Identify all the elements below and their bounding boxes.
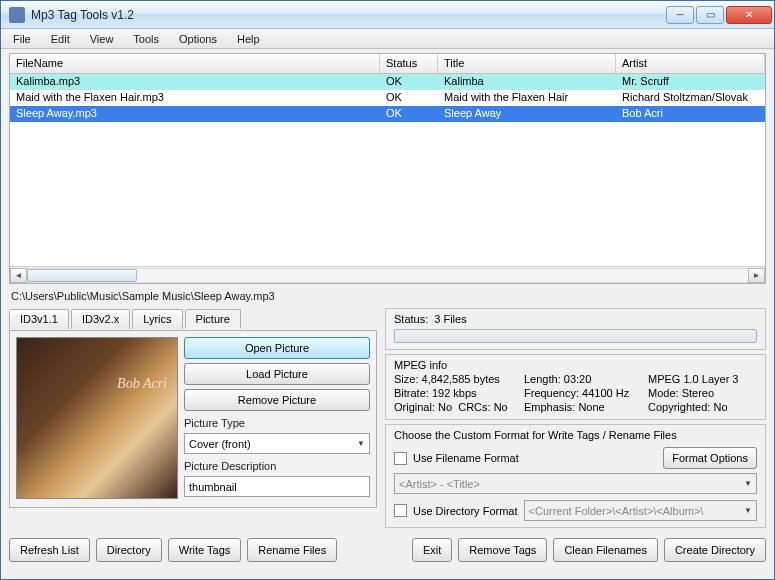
remove-tags-button[interactable]: Remove Tags xyxy=(458,538,547,562)
create-directory-button[interactable]: Create Directory xyxy=(664,538,766,562)
scroll-thumb[interactable] xyxy=(27,269,137,282)
bottom-toolbar: Refresh List Directory Write Tags Rename… xyxy=(9,536,766,562)
mpeg-heading: MPEG info xyxy=(394,359,757,371)
filename-format-combo[interactable]: <Artist> - <Title> ▼ xyxy=(394,473,757,494)
use-filename-label: Use Filename Format xyxy=(413,452,657,464)
minimize-button[interactable]: ─ xyxy=(666,6,694,24)
col-filename[interactable]: FileName xyxy=(10,54,380,73)
chevron-down-icon: ▼ xyxy=(744,506,752,515)
tab-id3v2x[interactable]: ID3v2.x xyxy=(71,309,130,329)
tab-id3v11[interactable]: ID3v1.1 xyxy=(9,309,69,329)
refresh-list-button[interactable]: Refresh List xyxy=(9,538,90,562)
clean-filenames-button[interactable]: Clean Filenames xyxy=(553,538,658,562)
file-path: C:\Users\Public\Music\Sample Music\Sleep… xyxy=(9,288,766,304)
menu-view[interactable]: View xyxy=(82,31,122,47)
format-group: Choose the Custom Format for Write Tags … xyxy=(385,424,766,528)
picture-type-label: Picture Type xyxy=(184,417,370,429)
chevron-down-icon: ▼ xyxy=(744,479,752,488)
use-directory-checkbox[interactable] xyxy=(394,504,407,517)
file-list[interactable]: FileName Status Title Artist Kalimba.mp3… xyxy=(9,53,766,284)
format-heading: Choose the Custom Format for Write Tags … xyxy=(394,429,757,441)
directory-button[interactable]: Directory xyxy=(96,538,162,562)
status-value: 3 Files xyxy=(434,313,466,325)
menu-tools[interactable]: Tools xyxy=(125,31,167,47)
chevron-down-icon: ▼ xyxy=(357,439,365,448)
tab-picture[interactable]: Picture xyxy=(185,309,241,329)
col-artist[interactable]: Artist xyxy=(616,54,765,73)
use-filename-checkbox[interactable] xyxy=(394,452,407,465)
picture-type-combo[interactable]: Cover (front) ▼ xyxy=(184,433,370,454)
rename-files-button[interactable]: Rename Files xyxy=(247,538,337,562)
file-list-header: FileName Status Title Artist xyxy=(10,54,765,74)
maximize-button[interactable]: ▭ xyxy=(696,6,724,24)
menu-file[interactable]: File xyxy=(5,31,39,47)
remove-picture-button[interactable]: Remove Picture xyxy=(184,389,370,411)
menu-edit[interactable]: Edit xyxy=(43,31,78,47)
picture-panel: Open Picture Load Picture Remove Picture… xyxy=(9,330,377,508)
directory-format-combo[interactable]: <Current Folder>\<Artist>\<Album>\ ▼ xyxy=(524,500,757,521)
tab-lyrics[interactable]: Lyrics xyxy=(132,309,182,329)
table-row-selected[interactable]: Sleep Away.mp3 OK Sleep Away Bob Acri xyxy=(10,106,765,122)
format-options-button[interactable]: Format Options xyxy=(663,447,757,469)
status-label: Status: xyxy=(394,313,428,325)
picture-desc-label: Picture Description xyxy=(184,460,370,472)
col-status[interactable]: Status xyxy=(380,54,438,73)
titlebar[interactable]: Mp3 Tag Tools v1.2 ─ ▭ ✕ xyxy=(1,1,774,29)
open-picture-button[interactable]: Open Picture xyxy=(184,337,370,359)
col-title[interactable]: Title xyxy=(438,54,616,73)
app-window: Mp3 Tag Tools v1.2 ─ ▭ ✕ File Edit View … xyxy=(0,0,775,580)
scroll-right-icon[interactable]: ► xyxy=(748,268,765,283)
exit-button[interactable]: Exit xyxy=(412,538,452,562)
album-art[interactable] xyxy=(16,337,178,499)
status-group: Status: 3 Files xyxy=(385,308,766,350)
close-button[interactable]: ✕ xyxy=(726,6,772,24)
window-title: Mp3 Tag Tools v1.2 xyxy=(31,8,666,22)
write-tags-button[interactable]: Write Tags xyxy=(168,538,242,562)
app-icon xyxy=(9,7,25,23)
menu-options[interactable]: Options xyxy=(171,31,225,47)
use-directory-label: Use Directory Format xyxy=(413,505,518,517)
horizontal-scrollbar[interactable]: ◄ ► xyxy=(10,266,765,283)
progress-bar xyxy=(394,329,757,343)
scroll-left-icon[interactable]: ◄ xyxy=(10,268,27,283)
menu-help[interactable]: Help xyxy=(229,31,268,47)
tag-tabs: ID3v1.1 ID3v2.x Lyrics Picture xyxy=(9,308,377,328)
mpeg-info-group: MPEG info Size: 4,842,585 bytes Length: … xyxy=(385,354,766,420)
menubar: File Edit View Tools Options Help xyxy=(1,29,774,49)
table-row[interactable]: Kalimba.mp3 OK Kalimba Mr. Scruff xyxy=(10,74,765,90)
picture-desc-input[interactable]: thumbnail xyxy=(184,476,370,497)
scroll-track[interactable] xyxy=(27,268,748,283)
load-picture-button[interactable]: Load Picture xyxy=(184,363,370,385)
table-row[interactable]: Maid with the Flaxen Hair.mp3 OK Maid wi… xyxy=(10,90,765,106)
